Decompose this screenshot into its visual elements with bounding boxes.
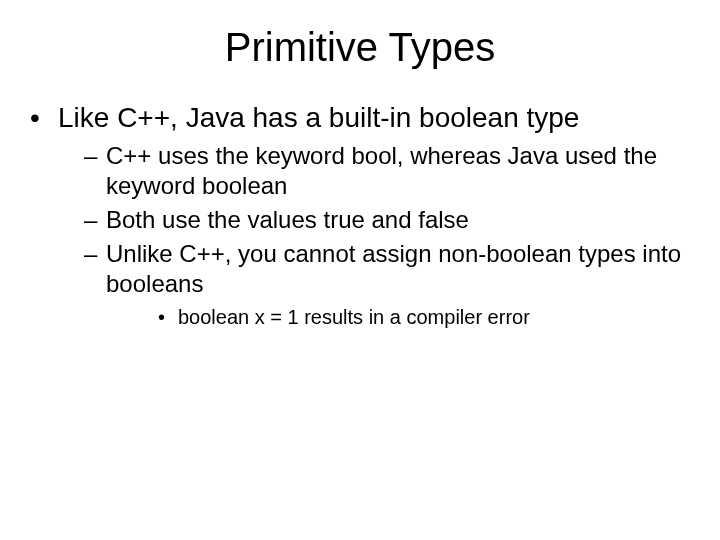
- bullet-text: Unlike C++, you cannot assign non-boolea…: [106, 240, 681, 297]
- slide: Primitive Types Like C++, Java has a bui…: [0, 0, 720, 540]
- bullet-text: boolean x = 1 results in a compiler erro…: [178, 306, 530, 328]
- bullet-list-level1: Like C++, Java has a built-in boolean ty…: [30, 100, 690, 330]
- bullet-text: C++ uses the keyword bool, whereas Java …: [106, 142, 657, 199]
- list-item: Like C++, Java has a built-in boolean ty…: [30, 100, 690, 330]
- slide-title: Primitive Types: [30, 20, 690, 70]
- bullet-text: Both use the values true and false: [106, 206, 469, 233]
- bullet-text: Like C++, Java has a built-in boolean ty…: [58, 102, 579, 133]
- list-item: boolean x = 1 results in a compiler erro…: [106, 305, 690, 330]
- list-item: Unlike C++, you cannot assign non-boolea…: [58, 239, 690, 330]
- list-item: C++ uses the keyword bool, whereas Java …: [58, 141, 690, 201]
- bullet-list-level2: C++ uses the keyword bool, whereas Java …: [58, 141, 690, 330]
- list-item: Both use the values true and false: [58, 205, 690, 235]
- bullet-list-level3: boolean x = 1 results in a compiler erro…: [106, 305, 690, 330]
